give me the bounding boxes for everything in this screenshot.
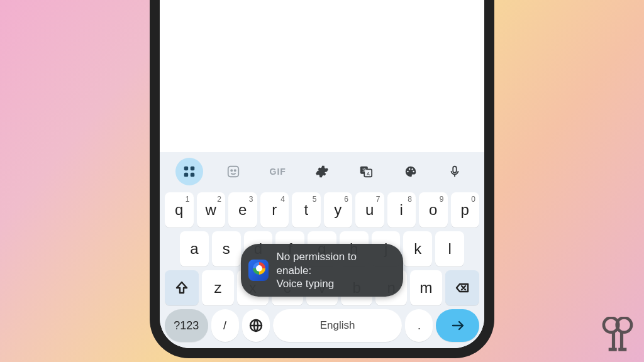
translate-icon[interactable]: 文A — [352, 158, 380, 185]
key-s[interactable]: s — [212, 231, 241, 266]
shift-key[interactable] — [165, 270, 199, 305]
key-o[interactable]: o9 — [419, 192, 448, 228]
svg-rect-1 — [191, 167, 194, 170]
svg-rect-19 — [612, 332, 615, 349]
enter-key[interactable] — [436, 309, 479, 342]
language-key[interactable] — [242, 309, 270, 342]
gif-label: GIF — [270, 167, 286, 177]
svg-rect-4 — [228, 167, 239, 177]
key-u[interactable]: u7 — [355, 192, 384, 228]
settings-icon[interactable] — [308, 158, 336, 185]
toast-notification: No permission to enable: Voice typing — [241, 244, 403, 297]
toast-line-2: Voice typing — [276, 277, 389, 290]
key-e[interactable]: e3 — [228, 192, 257, 228]
gboard-app-icon — [248, 260, 269, 281]
svg-point-12 — [408, 168, 410, 170]
key-y[interactable]: y6 — [324, 192, 353, 228]
key-hint: 3 — [249, 195, 253, 204]
sticker-icon[interactable] — [219, 158, 247, 185]
svg-rect-0 — [184, 167, 188, 170]
key-i[interactable]: i8 — [387, 192, 416, 228]
svg-point-14 — [413, 171, 414, 173]
key-row-bottom: ?123 / English . — [165, 309, 479, 342]
key-w[interactable]: w2 — [197, 192, 226, 228]
key-m[interactable]: m — [410, 270, 441, 305]
watermark-logo — [601, 317, 634, 357]
key-k[interactable]: k — [403, 231, 432, 266]
key-z[interactable]: z — [202, 270, 233, 305]
key-row-1: q1w2e3r4t5y6u7i8o9p0 — [165, 192, 479, 228]
spacebar[interactable]: English — [273, 309, 402, 342]
key-q[interactable]: q1 — [165, 192, 194, 228]
key-p[interactable]: p0 — [451, 192, 480, 228]
symbols-key[interactable]: ?123 — [165, 309, 208, 342]
text-input-area[interactable] — [160, 0, 484, 152]
toast-text: No permission to enable: Voice typing — [276, 250, 389, 290]
svg-rect-3 — [191, 173, 194, 177]
svg-rect-21 — [609, 348, 617, 351]
svg-rect-15 — [453, 167, 457, 173]
svg-point-13 — [411, 168, 413, 170]
svg-text:文: 文 — [362, 167, 367, 173]
theme-icon[interactable] — [397, 158, 425, 185]
voice-icon[interactable] — [441, 158, 469, 185]
backspace-key[interactable] — [445, 270, 479, 305]
svg-text:A: A — [367, 171, 370, 177]
key-t[interactable]: t5 — [292, 192, 321, 228]
gif-icon[interactable]: GIF — [264, 158, 292, 185]
svg-point-6 — [235, 170, 236, 171]
slash-key[interactable]: / — [211, 309, 239, 342]
key-hint: 7 — [376, 195, 380, 204]
phone-frame: GIF文A q1w2e3r4t5y6u7i8o9p0 asdfghjkl zxc… — [150, 0, 494, 358]
key-r[interactable]: r4 — [260, 192, 289, 228]
key-hint: 5 — [313, 195, 317, 204]
keyboard-toolbar: GIF文A — [165, 152, 479, 189]
key-hint: 0 — [471, 195, 475, 204]
apps-icon[interactable] — [175, 158, 203, 185]
key-hint: 9 — [440, 195, 444, 204]
key-hint: 1 — [186, 195, 190, 204]
key-hint: 8 — [408, 195, 412, 204]
svg-rect-2 — [184, 173, 188, 177]
svg-point-11 — [407, 171, 409, 173]
key-hint: 6 — [344, 195, 348, 204]
svg-rect-22 — [618, 348, 626, 351]
key-a[interactable]: a — [180, 231, 209, 266]
period-key[interactable]: . — [405, 309, 433, 342]
key-l[interactable]: l — [435, 231, 464, 266]
key-hint: 2 — [217, 195, 221, 204]
toast-line-1: No permission to enable: — [276, 250, 389, 277]
screen: GIF文A q1w2e3r4t5y6u7i8o9p0 asdfghjkl zxc… — [160, 0, 484, 348]
svg-rect-20 — [620, 332, 623, 349]
svg-point-5 — [231, 170, 233, 171]
key-hint: 4 — [280, 195, 285, 204]
